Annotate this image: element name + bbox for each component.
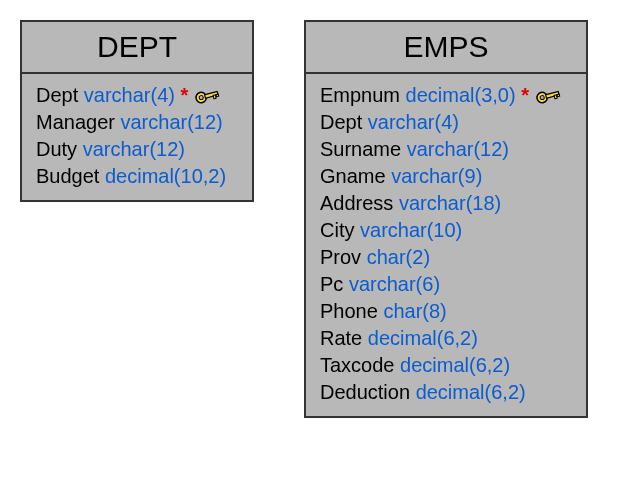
column-name: Taxcode [320, 354, 395, 376]
column-name: Empnum [320, 84, 400, 106]
column-type: varchar(12) [407, 138, 509, 160]
emps-col-city: City varchar(10) [320, 217, 572, 244]
column-type: decimal(6,2) [416, 381, 526, 403]
emps-col-address: Address varchar(18) [320, 190, 572, 217]
emps-col-phone: Phone char(8) [320, 298, 572, 325]
key-icon [535, 84, 561, 106]
column-type: varchar(12) [83, 138, 185, 160]
column-type: varchar(4) [368, 111, 459, 133]
svg-rect-4 [216, 94, 219, 97]
column-type: char(2) [367, 246, 430, 268]
dept-col-duty: Duty varchar(12) [36, 136, 238, 163]
emps-col-prov: Prov char(2) [320, 244, 572, 271]
column-type: varchar(4) [84, 84, 175, 106]
column-type: varchar(10) [360, 219, 462, 241]
emps-col-gname: Gname varchar(9) [320, 163, 572, 190]
column-type: decimal(10,2) [105, 165, 226, 187]
column-type: varchar(18) [399, 192, 501, 214]
dept-col-budget: Budget decimal(10,2) [36, 163, 238, 190]
emps-col-empnum: Empnum decimal(3,0) * [320, 82, 572, 109]
svg-point-1 [199, 95, 204, 100]
dept-col-manager: Manager varchar(12) [36, 109, 238, 136]
key-icon [194, 84, 220, 106]
column-type: varchar(6) [349, 273, 440, 295]
svg-point-6 [539, 95, 544, 100]
emps-col-rate: Rate decimal(6,2) [320, 325, 572, 352]
column-type: varchar(9) [391, 165, 482, 187]
column-type: decimal(6,2) [400, 354, 510, 376]
column-name: Pc [320, 273, 343, 295]
column-name: Duty [36, 138, 77, 160]
entity-dept: DEPT Dept varchar(4) * [20, 20, 254, 202]
column-name: Dept [320, 111, 362, 133]
column-name: Phone [320, 300, 378, 322]
column-name: City [320, 219, 354, 241]
pk-star: * [521, 84, 529, 106]
entity-emps-columns: Empnum decimal(3,0) * [306, 74, 586, 416]
emps-col-pc: Pc varchar(6) [320, 271, 572, 298]
column-name: Rate [320, 327, 362, 349]
column-type: char(8) [383, 300, 446, 322]
column-name: Prov [320, 246, 361, 268]
er-diagram: DEPT Dept varchar(4) * [20, 20, 612, 418]
column-name: Address [320, 192, 393, 214]
column-name: Surname [320, 138, 401, 160]
column-name: Budget [36, 165, 99, 187]
column-name: Deduction [320, 381, 410, 403]
entity-emps: EMPS Empnum decimal(3,0) * [304, 20, 588, 418]
svg-rect-9 [557, 94, 560, 97]
column-name: Gname [320, 165, 386, 187]
pk-star: * [181, 84, 189, 106]
column-name: Manager [36, 111, 115, 133]
column-type: varchar(12) [121, 111, 223, 133]
column-type: decimal(3,0) [406, 84, 516, 106]
emps-col-surname: Surname varchar(12) [320, 136, 572, 163]
dept-col-dept: Dept varchar(4) * [36, 82, 238, 109]
emps-col-dept: Dept varchar(4) [320, 109, 572, 136]
column-type: decimal(6,2) [368, 327, 478, 349]
column-name: Dept [36, 84, 78, 106]
entity-dept-title: DEPT [22, 22, 252, 74]
emps-col-deduction: Deduction decimal(6,2) [320, 379, 572, 406]
entity-dept-columns: Dept varchar(4) * Man [22, 74, 252, 200]
emps-col-taxcode: Taxcode decimal(6,2) [320, 352, 572, 379]
entity-emps-title: EMPS [306, 22, 586, 74]
